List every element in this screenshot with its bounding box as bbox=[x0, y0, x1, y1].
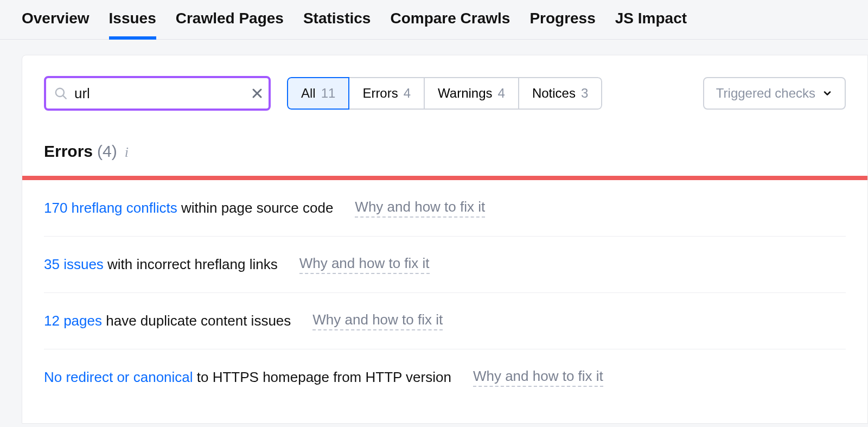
fix-link[interactable]: Why and how to fix it bbox=[355, 199, 485, 218]
issue-row: No redirect or canonical to HTTPS homepa… bbox=[44, 349, 846, 405]
issue-text: to HTTPS homepage from HTTP version bbox=[193, 369, 451, 385]
errors-count: (4) bbox=[97, 142, 117, 161]
issue-text: within page source code bbox=[177, 200, 334, 216]
tab-progress[interactable]: Progress bbox=[529, 10, 595, 39]
toolbar: All 11 Errors 4 Warnings 4 Notices 3 Tri… bbox=[44, 76, 846, 111]
issue-row: 170 hreflang conflicts within page sourc… bbox=[44, 180, 846, 237]
tab-overview[interactable]: Overview bbox=[22, 10, 90, 39]
fix-link[interactable]: Why and how to fix it bbox=[312, 311, 443, 330]
svg-line-1 bbox=[63, 95, 66, 98]
triggered-checks-label: Triggered checks bbox=[716, 86, 815, 101]
search-input[interactable] bbox=[74, 85, 251, 102]
tab-crawled-pages[interactable]: Crawled Pages bbox=[176, 10, 284, 39]
issue-link[interactable]: 170 hreflang conflicts bbox=[44, 200, 177, 216]
issue-row: 35 issues with incorrect hreflang links … bbox=[44, 237, 846, 293]
issue-row: 12 pages have duplicate content issues W… bbox=[44, 293, 846, 349]
issue-text: have duplicate content issues bbox=[102, 313, 291, 329]
errors-bar bbox=[22, 176, 867, 180]
issue-link[interactable]: 12 pages bbox=[44, 313, 102, 329]
errors-title: Errors bbox=[44, 142, 93, 161]
errors-heading: Errors (4) i bbox=[44, 142, 846, 161]
issues-panel: All 11 Errors 4 Warnings 4 Notices 3 Tri… bbox=[22, 55, 868, 424]
filter-count: 11 bbox=[321, 86, 336, 101]
tab-statistics[interactable]: Statistics bbox=[303, 10, 371, 39]
issue-text: with incorrect hreflang links bbox=[104, 256, 278, 272]
filter-count: 4 bbox=[404, 86, 411, 101]
chevron-down-icon bbox=[822, 88, 833, 99]
fix-link[interactable]: Why and how to fix it bbox=[473, 368, 603, 387]
filter-label: Errors bbox=[362, 86, 398, 101]
info-icon[interactable]: i bbox=[125, 144, 129, 161]
filter-count: 3 bbox=[581, 86, 588, 101]
issue-link[interactable]: No redirect or canonical bbox=[44, 369, 193, 385]
filter-label: All bbox=[301, 86, 316, 101]
filter-segment: All 11 Errors 4 Warnings 4 Notices 3 bbox=[287, 77, 602, 110]
fix-link[interactable]: Why and how to fix it bbox=[299, 255, 430, 274]
search-icon bbox=[54, 86, 68, 100]
filter-all[interactable]: All 11 bbox=[287, 77, 349, 110]
issue-link[interactable]: 35 issues bbox=[44, 256, 104, 272]
filter-notices[interactable]: Notices 3 bbox=[519, 77, 602, 110]
tab-issues[interactable]: Issues bbox=[109, 10, 156, 39]
filter-count: 4 bbox=[498, 86, 505, 101]
filter-label: Notices bbox=[532, 86, 576, 101]
filter-warnings[interactable]: Warnings 4 bbox=[425, 77, 519, 110]
tab-compare-crawls[interactable]: Compare Crawls bbox=[390, 10, 510, 39]
clear-icon[interactable] bbox=[251, 87, 264, 100]
top-nav: Overview Issues Crawled Pages Statistics… bbox=[0, 0, 868, 40]
tab-js-impact[interactable]: JS Impact bbox=[615, 10, 687, 39]
search-box[interactable] bbox=[44, 76, 271, 111]
triggered-checks-dropdown[interactable]: Triggered checks bbox=[703, 77, 846, 110]
filter-label: Warnings bbox=[438, 86, 492, 101]
filter-errors[interactable]: Errors 4 bbox=[349, 77, 425, 110]
